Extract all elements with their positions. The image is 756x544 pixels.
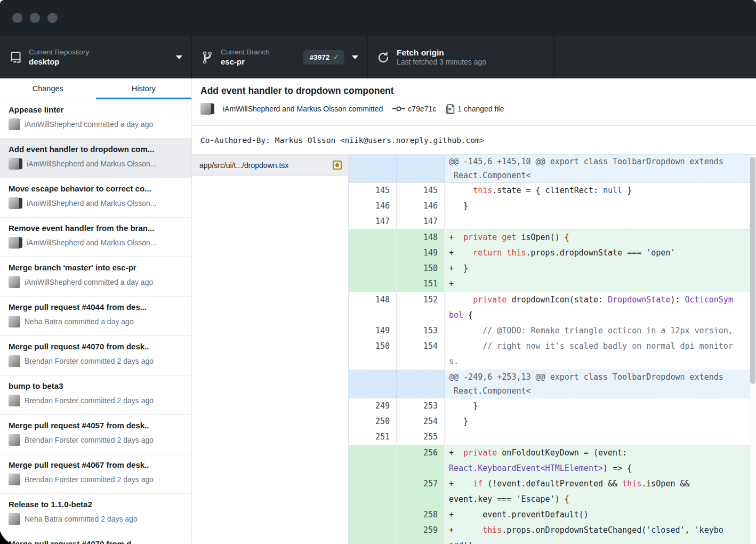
commit-byline-text: iAmWillShepherd committed a day ago <box>25 278 153 286</box>
diff-code-line: React.KeyboardEvent<HTMLElement>) => { <box>449 461 756 476</box>
diff-panel: @@ -145,6 +145,10 @@ export class Toolba… <box>349 155 756 544</box>
commit-summary: Merge pull request #4070 from desk.. <box>9 342 183 351</box>
git-commit-icon <box>392 105 405 113</box>
tab-history[interactable]: History <box>96 78 192 99</box>
commit-title: Add event handler to dropdown component <box>200 85 747 97</box>
fetch-origin-button[interactable]: Fetch origin Last fetched 3 minutes ago <box>368 36 554 78</box>
commit-byline: iAmWillShepherd committed a day ago <box>9 118 183 130</box>
commit-list-item[interactable]: Release to 1.1.0-beta2Neha Batra committ… <box>0 494 191 533</box>
toolbar: Current Repository desktop Current Branc… <box>0 36 756 78</box>
diff-row: 251255 <box>349 429 756 445</box>
diff-code-line: @@ -249,6 +253,13 @@ export class Toolba… <box>449 370 756 384</box>
diff-code-line: // right now it's scaled badly on normal… <box>449 339 756 354</box>
check-icon: ✓ <box>333 53 339 61</box>
diff-row: @@ -145,6 +145,10 @@ export class Toolba… <box>349 155 756 182</box>
file-path: app/src/ui/t.../dropdown.tsx <box>199 161 333 170</box>
diff-code: + private get isOpen() { <box>445 230 756 245</box>
file-row[interactable]: app/src/ui/t.../dropdown.tsx <box>192 155 348 176</box>
chevron-down-icon <box>176 55 182 59</box>
diff-code: this.state = { clientRect: null } <box>445 183 756 198</box>
new-line-number: 257 <box>397 476 445 507</box>
repo-book-icon <box>9 51 22 64</box>
diff-row: 250254 } <box>349 414 756 429</box>
commit-history-list: Appease linteriAmWillShepherd committed … <box>0 99 191 544</box>
diff-code-line <box>449 429 756 445</box>
commit-list-item[interactable]: Remove event handler from the bran...iAm… <box>0 218 191 257</box>
avatar <box>9 118 20 130</box>
scrollbar-thumb[interactable] <box>750 157 755 384</box>
diff-code-line: private dropdownIcon(state: DropdownStat… <box>449 292 756 308</box>
fetch-subtitle: Last fetched 3 minutes ago <box>397 58 486 67</box>
avatar <box>9 513 20 525</box>
commit-summary: Merge branch 'master' into esc-pr <box>9 263 183 272</box>
pr-number-badge[interactable]: #3972 ✓ <box>303 50 344 65</box>
diff-code-line: } <box>449 414 756 429</box>
diff-row: 249253 } <box>349 398 756 414</box>
diff-code-line: + return this.props.dropdownState === 'o… <box>449 245 756 261</box>
avatar <box>9 434 20 446</box>
commit-list-item[interactable]: Merge branch 'master' into esc-priAmWill… <box>0 257 191 297</box>
new-line-number: 254 <box>397 414 445 429</box>
commit-byline-text: iAmWillShepherd and Markus Olsson... <box>27 238 157 247</box>
current-repository-button[interactable]: Current Repository desktop <box>0 36 192 78</box>
avatar <box>9 237 20 249</box>
close-window-button[interactable] <box>12 13 22 23</box>
new-line-number: 150 <box>397 261 445 276</box>
new-line-number: 253 <box>397 398 445 414</box>
tab-changes[interactable]: Changes <box>0 78 96 99</box>
diff-row: 148152 private dropdownIcon(state: Dropd… <box>349 292 756 323</box>
commit-sha: c79e71c <box>408 105 436 113</box>
diff-code: + return this.props.dropdownState === 'o… <box>445 245 756 261</box>
zoom-window-button[interactable] <box>47 13 58 23</box>
commit-list-item[interactable]: Merge pull request #4070 from d... <box>0 533 191 544</box>
new-line-number: 151 <box>397 276 445 292</box>
commit-byline: Brendan Forster committed 2 days ago <box>9 434 183 446</box>
commit-header: Add event handler to dropdown component … <box>192 78 756 126</box>
new-line-number <box>397 370 445 398</box>
current-branch-button[interactable]: Current Branch esc-pr #3972 ✓ <box>192 36 368 78</box>
diff-row: 151+ <box>349 276 756 292</box>
old-line-number <box>349 276 397 292</box>
commit-byline: Brendan Forster committed 2 days ago <box>9 355 183 367</box>
git-branch-icon <box>200 51 214 65</box>
commit-list-item[interactable]: Move escape behavior to correct co...iAm… <box>0 178 191 218</box>
repository-name: desktop <box>29 57 89 67</box>
diff-code: // right now it's scaled badly on normal… <box>445 339 756 370</box>
diff-code-line: @@ -145,6 +145,10 @@ export class Toolba… <box>449 155 756 169</box>
diff-row: 148+ private get isOpen() { <box>349 229 756 245</box>
changed-files-group: 1 changed file <box>446 104 504 114</box>
new-line-number: 148 <box>397 230 445 245</box>
changed-files-panel: app/src/ui/t.../dropdown.tsx <box>192 155 349 544</box>
diff-code: // @TODO: Remake triangle octicon in a 1… <box>445 323 756 339</box>
commit-list-item[interactable]: Merge pull request #4067 from desk..Bren… <box>0 454 191 494</box>
old-line-number <box>349 476 397 507</box>
old-line-number <box>349 155 397 182</box>
commit-list-item[interactable]: Merge pull request #4057 from desk..Bren… <box>0 415 191 454</box>
chevron-down-icon <box>352 55 358 59</box>
old-line-number: 145 <box>349 183 397 198</box>
diff-code-line: bol { <box>449 308 756 323</box>
scrollbar-track[interactable] <box>750 155 756 544</box>
new-line-number: 153 <box>397 323 445 339</box>
commit-list-item[interactable]: Add event handler to dropdown com...iAmW… <box>0 139 191 178</box>
branch-label: Current Branch <box>221 48 270 57</box>
toolbar-filler <box>554 36 756 78</box>
commit-list-item[interactable]: Merge pull request #4070 from desk..Bren… <box>0 336 191 375</box>
old-line-number: 147 <box>349 214 397 229</box>
commit-summary: Merge pull request #4057 from desk.. <box>9 421 183 430</box>
commit-byline-text: Brendan Forster committed 2 days ago <box>25 396 154 405</box>
commit-list-item[interactable]: Merge pull request #4044 from des...Neha… <box>0 297 191 336</box>
commit-list-item[interactable]: bump to beta3Brendan Forster committed 2… <box>0 375 191 415</box>
old-line-number: 251 <box>349 429 397 445</box>
diff-code-line: ard') <box>449 538 756 544</box>
minimize-window-button[interactable] <box>30 13 40 23</box>
old-line-number <box>349 507 397 523</box>
commit-list-item[interactable]: Appease linteriAmWillShepherd committed … <box>0 99 191 139</box>
commit-byline: Brendan Forster committed 2 days ago <box>9 474 183 485</box>
diff-row: 259+ this.props.onDropdownStateChanged('… <box>349 523 756 544</box>
commit-summary: Move escape behavior to correct co... <box>9 184 183 193</box>
commit-authors: iAmWillShepherd and Markus Olsson commit… <box>223 105 383 113</box>
sidebar-tabs: Changes History <box>0 78 191 99</box>
diff-code: + if (!event.defaultPrevented && this.is… <box>445 476 756 507</box>
commit-byline-text: Brendan Forster committed 2 days ago <box>25 436 154 444</box>
